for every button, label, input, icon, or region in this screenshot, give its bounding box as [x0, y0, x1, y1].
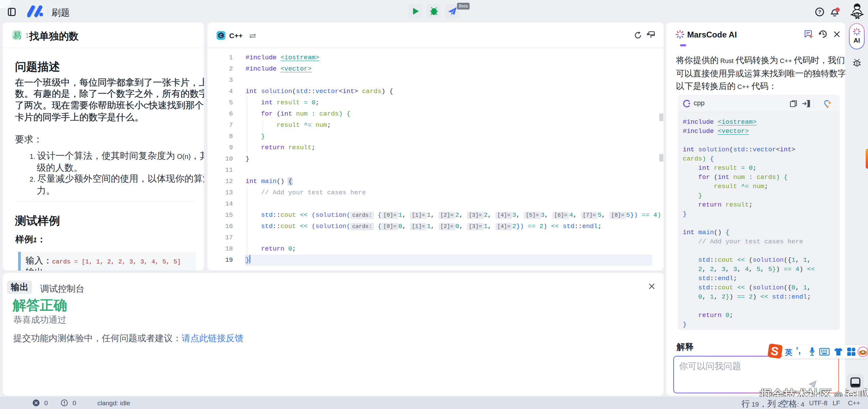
svg-text:?: ?	[818, 9, 821, 15]
svg-text:C: C	[220, 33, 223, 38]
